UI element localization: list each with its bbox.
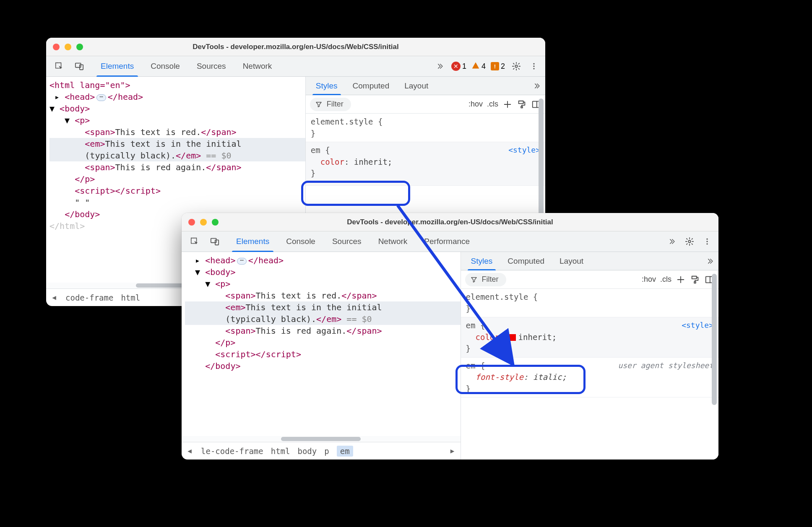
- crumb-item[interactable]: code-frame: [65, 293, 113, 302]
- dom-node[interactable]: </body>: [65, 209, 100, 219]
- dom-node[interactable]: </p>: [215, 337, 235, 348]
- device-toggle-icon[interactable]: [73, 60, 86, 73]
- crumb-item[interactable]: em: [337, 446, 353, 457]
- settings-icon[interactable]: [510, 60, 523, 73]
- paint-icon[interactable]: [690, 275, 700, 285]
- tab-network[interactable]: Network: [370, 231, 416, 252]
- css-property[interactable]: color: [476, 332, 500, 342]
- css-value[interactable]: inherit;: [354, 157, 393, 166]
- crumb-item[interactable]: p: [324, 447, 329, 456]
- dom-node[interactable]: <html lang="en">: [49, 80, 130, 90]
- new-rule-icon[interactable]: [676, 275, 686, 285]
- chevron-right-icon[interactable]: ▶: [449, 447, 456, 455]
- dom-node[interactable]: <p>: [215, 279, 230, 289]
- cls-toggle[interactable]: .cls: [487, 100, 498, 109]
- subtab-computed[interactable]: Computed: [500, 252, 552, 270]
- dom-node[interactable]: <script>: [215, 349, 255, 359]
- issues-icon[interactable]: !: [491, 62, 499, 70]
- subtab-styles[interactable]: Styles: [308, 77, 345, 95]
- dom-node[interactable]: <span>: [225, 326, 255, 336]
- tab-elements[interactable]: Elements: [92, 56, 142, 76]
- rule-source-link[interactable]: <style>: [508, 145, 540, 156]
- close-icon[interactable]: [53, 44, 60, 50]
- dom-node[interactable]: <p>: [75, 115, 90, 125]
- kebab-icon[interactable]: [528, 60, 540, 73]
- warning-icon[interactable]: [471, 61, 480, 72]
- filter-input[interactable]: Filter: [465, 273, 506, 286]
- rule-selector[interactable]: em {: [466, 320, 713, 332]
- dom-node[interactable]: </html>: [49, 221, 85, 231]
- ellipsis-icon[interactable]: ⋯: [237, 258, 246, 265]
- inspect-icon[interactable]: [188, 235, 201, 248]
- kebab-icon[interactable]: [701, 235, 713, 248]
- tab-network[interactable]: Network: [234, 56, 281, 76]
- settings-icon[interactable]: [683, 235, 696, 248]
- style-rules[interactable]: element.style { } em { <style> color: in…: [461, 289, 718, 460]
- dom-node[interactable]: </p>: [75, 174, 95, 184]
- zoom-icon[interactable]: [212, 219, 219, 226]
- filter-input[interactable]: Filter: [310, 98, 351, 111]
- rule-source-link[interactable]: <style>: [682, 320, 713, 331]
- error-icon[interactable]: ✕: [451, 62, 461, 71]
- selected-node[interactable]: <em>This text is in the initial: [49, 138, 305, 150]
- dom-node[interactable]: <head>: [65, 92, 95, 102]
- css-property[interactable]: font-style: [476, 372, 523, 382]
- vertical-scrollbar[interactable]: [712, 274, 717, 456]
- horizontal-scrollbar[interactable]: [182, 436, 461, 442]
- css-property[interactable]: color: [320, 157, 344, 166]
- more-subtabs-icon[interactable]: [702, 252, 718, 270]
- minimize-icon[interactable]: [200, 219, 207, 226]
- dom-tree[interactable]: ▸ <head>⋯</head> ▼ <body> ▼ <p> <span>Th…: [182, 252, 461, 436]
- tab-sources[interactable]: Sources: [324, 231, 370, 252]
- cls-toggle[interactable]: .cls: [660, 275, 671, 284]
- close-icon[interactable]: [188, 219, 195, 226]
- more-subtabs-icon[interactable]: [528, 77, 545, 95]
- css-value[interactable]: inherit;: [518, 332, 557, 342]
- inspect-icon[interactable]: [53, 60, 65, 73]
- dom-node[interactable]: <body>: [205, 267, 235, 277]
- subtab-computed[interactable]: Computed: [345, 77, 397, 95]
- device-toggle-icon[interactable]: [208, 235, 221, 248]
- crumb-item[interactable]: body: [297, 447, 317, 456]
- new-rule-icon[interactable]: [502, 99, 513, 109]
- rule-selector[interactable]: em {: [311, 145, 540, 156]
- svg-rect-7: [519, 101, 523, 103]
- dom-node[interactable]: <script>: [75, 186, 115, 196]
- tab-elements[interactable]: Elements: [228, 231, 278, 252]
- tab-console[interactable]: Console: [142, 56, 188, 76]
- dom-node[interactable]: <span>: [85, 162, 115, 172]
- crumb-item[interactable]: html: [121, 293, 140, 302]
- more-tabs-icon[interactable]: [434, 60, 446, 73]
- minimize-icon[interactable]: [65, 44, 71, 50]
- color-swatch-icon[interactable]: [509, 334, 516, 341]
- dom-node[interactable]: <head>: [205, 255, 235, 265]
- hov-toggle[interactable]: :hov: [642, 275, 656, 284]
- hov-toggle[interactable]: :hov: [468, 100, 483, 109]
- ellipsis-icon[interactable]: ⋯: [96, 94, 106, 101]
- tab-performance[interactable]: Performance: [416, 231, 478, 252]
- subtab-layout[interactable]: Layout: [552, 252, 591, 270]
- dom-node[interactable]: <span>: [225, 291, 255, 301]
- breadcrumb[interactable]: ◀ le-code-frame html body p em ▶: [182, 442, 461, 460]
- rule-selector[interactable]: element.style {: [466, 291, 713, 303]
- css-value[interactable]: italic;: [533, 372, 567, 382]
- rule-selector[interactable]: element.style {: [311, 116, 540, 128]
- paint-icon[interactable]: [517, 99, 527, 109]
- dom-node[interactable]: " ": [75, 197, 90, 208]
- more-tabs-icon[interactable]: [666, 235, 678, 248]
- subtab-layout[interactable]: Layout: [397, 77, 436, 95]
- tab-console[interactable]: Console: [278, 231, 324, 252]
- dom-node[interactable]: </body>: [205, 361, 240, 371]
- chevron-left-icon[interactable]: ◀: [186, 447, 193, 455]
- dom-node[interactable]: <span>: [85, 127, 115, 137]
- chevron-left-icon[interactable]: ◀: [50, 293, 58, 301]
- subtab-styles[interactable]: Styles: [463, 252, 500, 270]
- crumb-item[interactable]: le-code-frame: [201, 447, 263, 456]
- dom-node[interactable]: <body>: [60, 104, 90, 114]
- zoom-icon[interactable]: [76, 44, 83, 50]
- tab-sources[interactable]: Sources: [188, 56, 234, 76]
- svg-point-4: [533, 63, 534, 65]
- selected-node[interactable]: <em>This text is in the initial: [185, 301, 461, 313]
- crumb-item[interactable]: html: [271, 447, 290, 456]
- window-title: DevTools - developer.mozilla.org/en-US/d…: [182, 218, 718, 226]
